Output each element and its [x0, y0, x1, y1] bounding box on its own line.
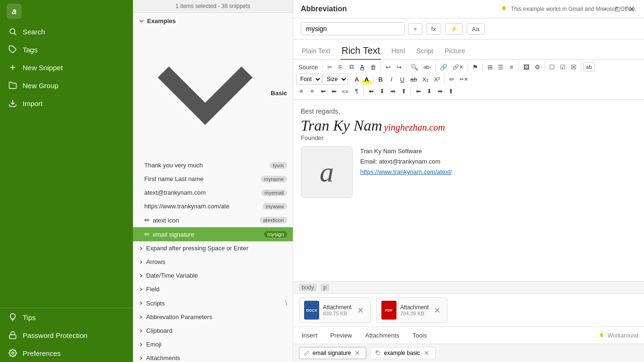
image-button[interactable]: 🖼 [521, 62, 532, 72]
add-abbr-button[interactable]: + [408, 23, 422, 35]
source-button[interactable]: Source [296, 62, 320, 72]
list2-button[interactable]: ≡ [506, 62, 517, 72]
fx-button[interactable]: fx [426, 23, 441, 35]
sidebar-item-search[interactable]: Search [0, 23, 133, 41]
copy-button[interactable]: ⎘ [335, 62, 346, 72]
group-abbreviation-params[interactable]: Abbrevation Parameters [133, 310, 293, 324]
sidebar-item-new-group[interactable]: New Group [0, 76, 133, 94]
snippet-item-first-name[interactable]: First name Last name myname [133, 172, 293, 186]
abbreviation-input[interactable] [301, 22, 405, 35]
checkbox-button[interactable]: ☐ [547, 62, 557, 72]
footer-chip-example-basic[interactable]: example basic ✕ [370, 347, 436, 359]
aa-button[interactable]: Aa [467, 23, 485, 35]
align-left-button[interactable]: ⬅ [366, 86, 376, 96]
group-field[interactable]: Field [133, 282, 293, 296]
checkbox-x-button[interactable]: ☒ [569, 62, 579, 72]
tab-rich-text[interactable]: Rich Text [340, 42, 381, 60]
font-color-button[interactable]: A [352, 74, 362, 84]
lightning-button[interactable]: ⚡ [445, 23, 463, 35]
redo-button[interactable]: ↪ [394, 62, 404, 72]
bold-button[interactable]: B [375, 74, 386, 84]
minimize-button[interactable]: − [599, 4, 611, 15]
snippet-item-atext-icon[interactable]: ✏ atext icon atexticon [133, 213, 293, 227]
group-attachments-list[interactable]: Attachments [133, 351, 293, 362]
checkbox-checked-button[interactable]: ☑ [558, 62, 568, 72]
maximize-button[interactable]: □ [611, 4, 624, 15]
tab-script[interactable]: Script [415, 44, 434, 58]
group-datetime[interactable]: Date/Time Variable [133, 269, 293, 282]
group-arrows[interactable]: Arrows [133, 255, 293, 269]
dir-rtl-button[interactable]: ➡ [435, 86, 445, 96]
group-examples[interactable]: Examples [133, 15, 293, 27]
dir-down-button[interactable]: ⬇ [424, 86, 434, 96]
snippet-item-thank-you[interactable]: Thank you very much tyvm [133, 158, 293, 172]
subscript-button[interactable]: X₂ [420, 74, 431, 84]
clear-format2-button[interactable]: ✏✕ [457, 75, 471, 84]
divider-10 [350, 74, 350, 84]
close-button[interactable]: ✕ [625, 4, 638, 15]
ul-button[interactable]: ≡ [307, 86, 317, 96]
footer-chip-email-close[interactable]: ✕ [354, 349, 361, 357]
media-button[interactable]: ⚙ [532, 62, 543, 72]
insert-button[interactable]: Insert [299, 330, 320, 341]
undo-button[interactable]: ↩ [383, 62, 393, 72]
tab-picture[interactable]: Picture [444, 44, 466, 58]
snippet-item-email-signature[interactable]: ✏ email signature mysign [133, 227, 293, 241]
footer-chip-basic-close[interactable]: ✕ [423, 349, 430, 357]
website-url[interactable]: https://www.trankynam.com/atext/ [360, 168, 452, 175]
att2-close-button[interactable]: ✕ [432, 306, 442, 315]
paragraph-button[interactable]: ¶ [351, 86, 362, 96]
italic-button[interactable]: I [386, 74, 396, 84]
group-scripts[interactable]: Scripts \ [133, 296, 293, 310]
paste-text-button[interactable]: A [357, 62, 367, 72]
flag-button[interactable]: ⚑ [470, 62, 480, 72]
unlink-button[interactable]: 🔗✕ [450, 63, 466, 72]
list-button[interactable]: ☰ [495, 62, 506, 72]
font-select[interactable]: Font [296, 74, 322, 85]
tab-plain-text[interactable]: Plain Text [301, 44, 331, 58]
preview-button[interactable]: Preview [328, 330, 355, 341]
outdent-button[interactable]: ⬅ [318, 86, 328, 96]
size-select[interactable]: Size [322, 74, 348, 85]
sidebar-item-password-protection[interactable]: Password Protection [0, 326, 133, 344]
ol-button[interactable]: ≡ [296, 86, 306, 96]
tools-button[interactable]: Tools [410, 330, 429, 341]
group-clipboard[interactable]: Clipboard [133, 324, 293, 337]
editor-content[interactable]: Best regards, Tran Ky Nam yinghezhan.com… [293, 100, 644, 281]
link-button[interactable]: 🔗 [438, 62, 450, 72]
indent-button[interactable]: ⬅ [329, 86, 339, 96]
group-basic[interactable]: Basic [133, 27, 293, 158]
bg-color-button[interactable]: A [362, 74, 372, 84]
sidebar-item-preferences[interactable]: Preferences [0, 344, 133, 362]
sidebar-item-tags[interactable]: Tags [0, 41, 133, 58]
table-button[interactable]: ⊞ [485, 62, 495, 72]
cut-button[interactable]: ✂ [324, 62, 335, 72]
blockquote-button[interactable]: «» [339, 86, 351, 96]
paste-button[interactable]: ⧉ [346, 62, 356, 72]
align-center-button[interactable]: ⬇ [377, 86, 387, 96]
website-link[interactable]: https://www.trankynam.com/atext/ [360, 167, 452, 177]
delete-button[interactable]: 🗑 [368, 62, 379, 72]
find-button[interactable]: 🔍 [408, 62, 421, 72]
attachments-button[interactable]: Attachments [363, 330, 402, 341]
sidebar-item-new-snippet[interactable]: New Snippet [0, 58, 133, 76]
snippet-item-https[interactable]: https://www.trankynam.com/ate mywww [133, 199, 293, 213]
sidebar-item-import[interactable]: Import [0, 94, 133, 112]
group-emoji[interactable]: Emoji [133, 337, 293, 351]
dir-up-button[interactable]: ⬆ [446, 86, 456, 96]
clear-format-button[interactable]: ✏ [446, 74, 457, 84]
snippet-item-atext-email[interactable]: atext@trankynam.com myemail [133, 186, 293, 199]
align-justify-button[interactable]: ⬆ [398, 86, 409, 96]
att1-close-button[interactable]: ✕ [355, 306, 365, 315]
align-right-button[interactable]: ➡ [388, 86, 398, 96]
underline-button[interactable]: U [397, 74, 407, 84]
group-expand-after[interactable]: Expand after pressing Space or Enter [133, 241, 293, 255]
strikethrough-button[interactable]: ab [408, 74, 419, 84]
tab-html[interactable]: Html [390, 44, 406, 58]
superscript-button[interactable]: X² [431, 74, 442, 84]
dir-ltr-button[interactable]: ⬅ [413, 86, 423, 96]
replace-button[interactable]: ab› [421, 63, 433, 71]
snippet-var-button[interactable]: ab [583, 62, 594, 72]
footer-chip-email-signature[interactable]: email signature ✕ [299, 347, 366, 359]
sidebar-item-tips[interactable]: Tips [0, 308, 133, 326]
